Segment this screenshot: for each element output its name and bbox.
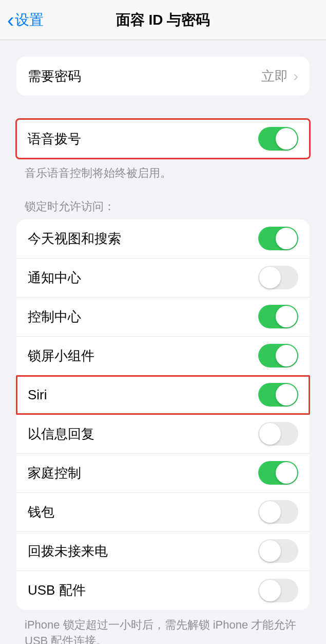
lock-item-label: 钱包	[28, 503, 54, 521]
lock-item-toggle[interactable]	[258, 266, 298, 289]
usb-footer: iPhone 锁定超过一小时后，需先解锁 iPhone 才能允许 USB 配件连…	[25, 617, 301, 644]
voice-dial-group: 语音拨号	[16, 119, 310, 158]
lock-item-toggle[interactable]	[258, 539, 298, 563]
lock-item-toggle[interactable]	[258, 227, 298, 250]
back-label: 设置	[15, 10, 44, 30]
lock-item-row: 通知中心	[16, 259, 310, 298]
voice-dial-row: 语音拨号	[16, 119, 310, 158]
lock-item-label: 家庭控制	[28, 464, 81, 482]
lock-item-row: 钱包	[16, 493, 310, 532]
lock-item-label: 以信息回复	[28, 425, 94, 443]
page-title: 面容 ID 与密码	[116, 10, 210, 30]
chevron-left-icon: ‹	[7, 10, 14, 30]
require-passcode-value: 立即 ›	[261, 67, 298, 85]
lock-access-group: 今天视图和搜索通知中心控制中心锁屏小组件Siri以信息回复家庭控制钱包回拨未接来…	[16, 219, 310, 610]
lock-item-label: 回拨未接来电	[28, 542, 108, 560]
nav-bar: ‹ 设置 面容 ID 与密码	[0, 0, 326, 40]
lock-item-row: 锁屏小组件	[16, 337, 310, 376]
require-passcode-value-text: 立即	[261, 67, 288, 85]
lock-item-label: 控制中心	[28, 308, 81, 326]
lock-item-row: 以信息回复	[16, 415, 310, 454]
voice-dial-footer: 音乐语音控制将始终被启用。	[25, 165, 301, 181]
require-passcode-group: 需要密码 立即 ›	[16, 57, 310, 96]
lock-item-row: 家庭控制	[16, 454, 310, 493]
require-passcode-label: 需要密码	[28, 67, 81, 85]
lock-item-toggle[interactable]	[258, 383, 298, 407]
lock-item-toggle[interactable]	[258, 461, 298, 485]
lock-item-row: 今天视图和搜索	[16, 219, 310, 259]
lock-item-label: 锁屏小组件	[28, 347, 94, 365]
lock-item-toggle[interactable]	[258, 305, 298, 328]
lock-item-row: Siri	[16, 376, 310, 415]
voice-dial-label: 语音拨号	[28, 130, 81, 148]
require-passcode-row[interactable]: 需要密码 立即 ›	[16, 57, 310, 96]
lock-item-toggle[interactable]	[258, 422, 298, 446]
lock-item-label: 通知中心	[28, 269, 81, 287]
lock-access-header: 锁定时允许访问：	[25, 199, 301, 214]
lock-item-toggle[interactable]	[258, 500, 298, 524]
lock-item-label: 今天视图和搜索	[28, 230, 121, 248]
back-button[interactable]: ‹ 设置	[0, 10, 44, 30]
lock-item-row: 回拨未接来电	[16, 532, 310, 571]
chevron-right-icon: ›	[293, 67, 298, 85]
lock-item-toggle[interactable]	[258, 579, 298, 602]
lock-item-label: Siri	[28, 387, 47, 403]
lock-item-label: USB 配件	[28, 581, 86, 599]
lock-item-row: 控制中心	[16, 298, 310, 337]
voice-dial-toggle[interactable]	[258, 127, 298, 151]
lock-item-row: USB 配件	[16, 571, 310, 610]
lock-item-toggle[interactable]	[258, 344, 298, 367]
